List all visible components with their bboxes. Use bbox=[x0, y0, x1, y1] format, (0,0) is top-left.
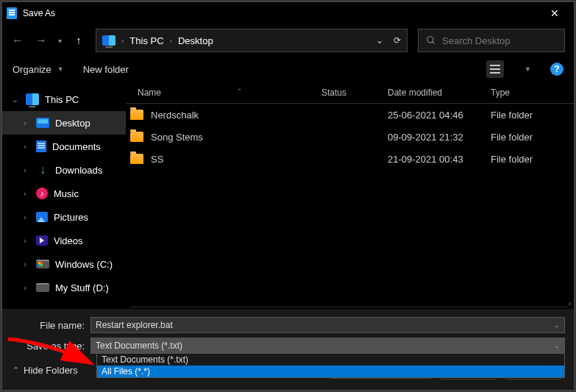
pc-icon bbox=[102, 35, 115, 46]
search-placeholder: Search Desktop bbox=[442, 35, 511, 46]
sidebar-item-label: Videos bbox=[54, 235, 83, 246]
drive-icon bbox=[36, 283, 49, 292]
chevron-right-icon: › bbox=[121, 37, 124, 45]
svg-rect-3 bbox=[490, 68, 500, 70]
sidebar-item-desktop[interactable]: › Desktop bbox=[2, 111, 126, 135]
desktop-icon bbox=[36, 118, 49, 128]
file-row[interactable]: Nerdschalk 25-06-2021 04:46 File folder bbox=[126, 104, 574, 126]
dialog-title: Save As bbox=[23, 8, 540, 18]
chevron-right-icon: › bbox=[20, 118, 30, 127]
file-name: Song Stems bbox=[151, 132, 321, 143]
saveastype-dropdown-list: Text Documents (*.txt) All Files (*.*) bbox=[96, 353, 565, 378]
chevron-down-icon: ⌄ bbox=[10, 95, 20, 104]
column-status[interactable]: Status bbox=[321, 88, 388, 98]
sidebar: ⌄ This PC › Desktop › Documents › ↓ Down… bbox=[2, 82, 126, 309]
saveastype-dropdown[interactable]: Text Documents (*.txt) ⌄ bbox=[90, 338, 565, 354]
filename-label: File name: bbox=[2, 320, 90, 331]
organize-label: Organize bbox=[13, 64, 51, 75]
filename-input[interactable]: Restart explorer.bat ⌄ bbox=[90, 317, 565, 333]
column-name[interactable]: Name⌃ bbox=[130, 88, 321, 98]
dropdown-option-txt[interactable]: Text Documents (*.txt) bbox=[97, 354, 564, 366]
file-list: Name⌃ Status Date modified Type Nerdscha… bbox=[126, 82, 574, 309]
organize-button[interactable]: Organize ▼ bbox=[13, 64, 64, 75]
back-button[interactable]: ← bbox=[11, 34, 24, 47]
sidebar-item-pictures[interactable]: › Pictures bbox=[2, 205, 126, 229]
svg-rect-4 bbox=[490, 72, 500, 74]
sidebar-root-label: This PC bbox=[45, 94, 79, 105]
downloads-icon: ↓ bbox=[36, 164, 49, 176]
column-type[interactable]: Type bbox=[491, 88, 574, 98]
title-bar: Save As ✕ bbox=[2, 2, 574, 24]
forward-button[interactable]: → bbox=[35, 34, 48, 47]
chevron-right-icon: › bbox=[170, 37, 172, 45]
sidebar-root-this-pc[interactable]: ⌄ This PC bbox=[2, 88, 126, 111]
address-dropdown-icon[interactable]: ⌄ bbox=[376, 35, 383, 46]
file-name: SS bbox=[151, 154, 321, 165]
folder-icon bbox=[130, 110, 143, 120]
sidebar-item-videos[interactable]: › Videos bbox=[2, 229, 126, 252]
chevron-right-icon: › bbox=[20, 236, 30, 245]
videos-icon bbox=[36, 235, 48, 246]
chevron-right-icon: › bbox=[20, 189, 30, 198]
sidebar-item-label: My Stuff (D:) bbox=[55, 282, 109, 293]
search-input[interactable]: Search Desktop bbox=[418, 29, 565, 52]
new-folder-button[interactable]: New folder bbox=[83, 64, 129, 75]
sidebar-item-label: Documents bbox=[52, 141, 101, 152]
sidebar-item-downloads[interactable]: › ↓ Downloads bbox=[2, 158, 126, 182]
music-icon: ♪ bbox=[36, 188, 48, 199]
sort-asc-icon: ⌃ bbox=[237, 88, 243, 95]
up-button[interactable]: ↑ bbox=[72, 35, 85, 46]
chevron-right-icon: › bbox=[20, 142, 30, 151]
chevron-right-icon: › bbox=[20, 165, 30, 174]
caret-down-icon[interactable]: ▼ bbox=[525, 65, 531, 73]
sidebar-item-label: Pictures bbox=[54, 212, 88, 223]
pc-icon bbox=[26, 93, 39, 105]
saveastype-label: Save as type: bbox=[2, 341, 90, 352]
chevron-right-icon: › bbox=[20, 283, 30, 292]
filename-value: Restart explorer.bat bbox=[96, 320, 173, 330]
sidebar-item-music[interactable]: › ♪ Music bbox=[2, 182, 126, 205]
close-button[interactable]: ✕ bbox=[540, 2, 569, 24]
breadcrumb-leaf[interactable]: Desktop bbox=[178, 35, 213, 46]
documents-icon bbox=[36, 140, 46, 152]
chevron-right-icon: › bbox=[20, 213, 30, 221]
sidebar-item-label: Desktop bbox=[55, 118, 90, 129]
dropdown-option-allfiles[interactable]: All Files (*.*) bbox=[97, 366, 564, 377]
file-name: Nerdschalk bbox=[151, 110, 321, 121]
file-type: File folder bbox=[491, 110, 574, 121]
file-type: File folder bbox=[491, 132, 574, 143]
file-date: 09-09-2021 21:32 bbox=[388, 132, 491, 143]
breadcrumb-root[interactable]: This PC bbox=[129, 35, 163, 46]
chevron-up-icon: ⌃ bbox=[13, 366, 19, 375]
sidebar-item-mystuff-d[interactable]: › My Stuff (D:) bbox=[2, 276, 126, 299]
file-type: File folder bbox=[491, 154, 574, 165]
drive-icon bbox=[36, 260, 49, 268]
view-mode-button[interactable] bbox=[486, 60, 504, 78]
pictures-icon bbox=[36, 212, 48, 222]
saveastype-value: Text Documents (*.txt) bbox=[96, 341, 182, 351]
help-button[interactable]: ? bbox=[550, 63, 563, 76]
refresh-icon[interactable]: ⟳ bbox=[394, 35, 401, 46]
caret-down-icon: ▼ bbox=[57, 65, 64, 73]
chevron-right-icon: › bbox=[20, 260, 30, 268]
svg-line-1 bbox=[433, 42, 435, 44]
svg-rect-2 bbox=[490, 65, 500, 66]
history-dropdown-icon[interactable]: ▾ bbox=[58, 37, 62, 45]
file-date: 25-06-2021 04:46 bbox=[388, 110, 491, 121]
hide-folders-button[interactable]: ⌃ Hide Folders bbox=[2, 365, 78, 376]
folder-icon bbox=[130, 154, 143, 164]
sidebar-item-documents[interactable]: › Documents bbox=[2, 135, 126, 158]
divider bbox=[130, 307, 568, 307]
app-icon bbox=[7, 7, 17, 19]
file-date: 21-09-2021 00:43 bbox=[388, 154, 491, 165]
scroll-right-icon[interactable]: › bbox=[566, 298, 574, 309]
address-bar[interactable]: › This PC › Desktop ⌄ ⟳ bbox=[96, 29, 408, 52]
column-date[interactable]: Date modified bbox=[388, 88, 491, 98]
sidebar-item-label: Windows (C:) bbox=[55, 259, 113, 270]
file-row[interactable]: Song Stems 09-09-2021 21:32 File folder bbox=[126, 126, 574, 148]
folder-icon bbox=[130, 132, 143, 142]
sidebar-item-label: Music bbox=[54, 188, 79, 199]
sidebar-item-windows-c[interactable]: › Windows (C:) bbox=[2, 252, 126, 276]
file-row[interactable]: SS 21-09-2021 00:43 File folder bbox=[126, 148, 574, 170]
caret-down-icon[interactable]: ⌄ bbox=[554, 321, 560, 329]
